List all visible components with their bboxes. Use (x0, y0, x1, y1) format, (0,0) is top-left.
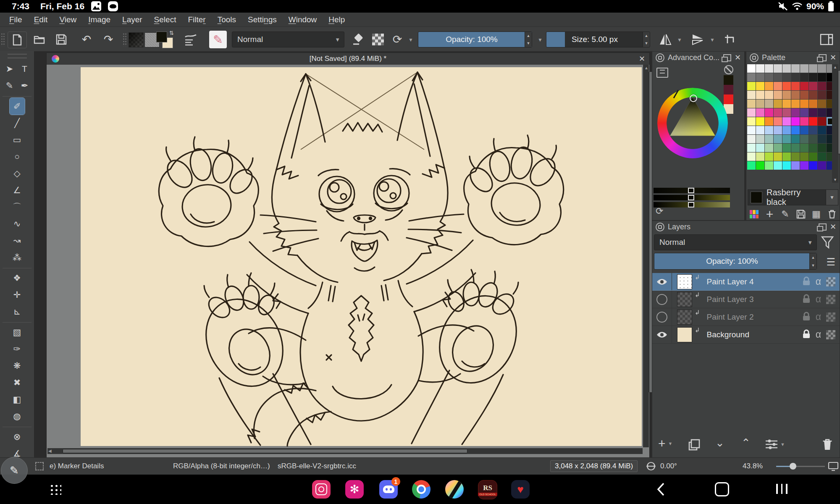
move-layer-down-button[interactable]: ⌄ (715, 436, 724, 449)
docker-float-button[interactable] (723, 54, 731, 61)
palette-swatch[interactable] (818, 135, 826, 143)
ellipse-tool[interactable]: ○ (10, 148, 25, 165)
new-document-button[interactable] (8, 32, 27, 48)
palette-swatch[interactable] (800, 144, 808, 152)
duplicate-layer-button[interactable] (688, 439, 700, 451)
palette-swatch[interactable] (774, 126, 782, 134)
rectangle-tool[interactable]: ▭ (10, 131, 25, 148)
no-color-button[interactable] (724, 65, 733, 74)
palette-swatch[interactable] (791, 82, 800, 90)
palette-swatch[interactable] (765, 91, 773, 99)
palette-swatch[interactable] (782, 161, 791, 170)
palette-swatch[interactable] (818, 152, 826, 161)
preserve-alpha-button[interactable] (369, 32, 387, 47)
toolbox-handle[interactable] (8, 54, 27, 58)
menu-select[interactable]: Select (148, 13, 182, 26)
palette-swatch[interactable] (747, 73, 756, 81)
layer-lock-toggle[interactable] (802, 294, 811, 305)
palette-scrollbar[interactable]: ▲ ▼ (832, 64, 838, 183)
fill-tool[interactable]: ◧ (10, 391, 25, 408)
transform-tool[interactable]: ❖ (10, 270, 25, 286)
layer-opacity-slider[interactable]: Opacity: 100% ▲▼ (654, 253, 817, 270)
palette-swatch[interactable] (791, 152, 800, 161)
palette-swatch[interactable] (756, 135, 764, 143)
palette-swatch[interactable] (765, 108, 773, 117)
toolbar-grip-2[interactable] (123, 33, 127, 46)
palette-swatch[interactable] (809, 108, 817, 117)
palette-swatch[interactable] (774, 144, 782, 152)
palette-swatch[interactable] (818, 64, 826, 73)
shade-selector-strip-1[interactable] (654, 188, 730, 193)
toolbar-grip[interactable] (1, 33, 5, 46)
menu-settings[interactable]: Settings (242, 13, 283, 26)
layer-row[interactable]: ↳ Paint Layer 2 α (652, 308, 840, 326)
layer-visibility-toggle[interactable] (652, 326, 672, 343)
gradient-chooser[interactable] (129, 32, 144, 47)
move-tool[interactable]: ✛ (10, 286, 25, 303)
save-palette-button[interactable] (795, 208, 807, 220)
palette-swatch[interactable] (747, 126, 756, 134)
palette-swatch[interactable] (800, 82, 808, 90)
palette-swatch[interactable] (809, 64, 817, 73)
vertical-scrollbar[interactable]: ▲ (643, 65, 649, 447)
palette-swatch[interactable] (774, 91, 782, 99)
heart-app-icon[interactable]: ♥ (511, 480, 530, 499)
layer-thumbnail[interactable] (677, 310, 692, 325)
layer-row[interactable]: ↳ Paint Layer 4 α (652, 273, 840, 291)
palette-swatch[interactable] (809, 161, 817, 170)
edit-palette-button[interactable]: ✎ (779, 208, 792, 220)
sketchbook-app-icon[interactable] (445, 480, 464, 499)
layer-visibility-toggle[interactable] (652, 308, 672, 326)
palette-swatch[interactable] (756, 144, 764, 152)
instagram-app-icon[interactable] (312, 480, 331, 499)
palette-chooser-dropdown[interactable]: Rasberry black ▼ (748, 189, 838, 205)
palette-swatch[interactable] (809, 152, 817, 161)
document-titlebar[interactable]: [Not Saved] (89.4 MiB) * ✕ (47, 53, 649, 65)
palette-swatch[interactable] (747, 135, 756, 143)
docker-close-button[interactable]: ✕ (830, 222, 836, 231)
palette-swatch[interactable] (774, 117, 782, 126)
palette-swatch[interactable] (791, 64, 800, 73)
image-dimensions-button[interactable]: 3,048 x 2,048 (89.4 MiB) (550, 460, 638, 472)
polygon-tool[interactable]: ◇ (10, 165, 25, 182)
docker-lock-icon[interactable] (656, 53, 664, 62)
add-color-button[interactable]: + (764, 208, 776, 220)
palette-swatch[interactable] (765, 161, 773, 170)
palette-swatch[interactable] (756, 161, 764, 170)
palette-swatch[interactable] (782, 73, 791, 81)
foreground-background-colors[interactable]: ⇅ (156, 32, 173, 48)
palette-swatch[interactable] (756, 117, 764, 126)
palette-swatch[interactable] (765, 82, 773, 90)
reset-rotation-icon[interactable] (646, 458, 656, 475)
palette-swatch[interactable] (818, 161, 826, 170)
color-selector-settings-button[interactable] (656, 68, 668, 78)
choose-palette-button[interactable] (748, 208, 761, 220)
palette-swatch[interactable] (747, 91, 756, 99)
layer-filter-icon[interactable] (821, 236, 834, 249)
palette-swatch[interactable] (809, 100, 817, 108)
layer-alpha-toggle[interactable]: α (816, 311, 821, 323)
layer-alpha-toggle[interactable]: α (816, 329, 821, 340)
palette-swatch[interactable] (774, 152, 782, 161)
zoom-percent[interactable]: 43.8% (743, 458, 763, 475)
docker-lock-icon[interactable] (750, 53, 759, 62)
docker-close-button[interactable]: ✕ (735, 53, 741, 62)
reload-options-caret[interactable]: ▼ (408, 37, 413, 43)
palette-swatch[interactable] (782, 117, 791, 126)
freehand-brush-tool[interactable]: ✐ (10, 98, 25, 115)
palette-swatch[interactable] (809, 135, 817, 143)
palette-swatch[interactable] (747, 161, 756, 170)
palette-swatch[interactable] (765, 135, 773, 143)
layer-alpha-toggle[interactable]: α (816, 276, 821, 287)
docker-lock-icon[interactable] (656, 223, 664, 231)
smart-patch-tool[interactable]: ✖ (10, 374, 25, 391)
mirror-vertical-caret[interactable]: ▼ (710, 37, 715, 43)
palette-swatch[interactable] (765, 144, 773, 152)
floating-brush-button[interactable]: ✎ (1, 457, 28, 484)
calligraphy-tool[interactable]: ✒ (17, 77, 32, 94)
layer-list-menu-icon[interactable]: ☰ (826, 256, 835, 268)
history-swatch[interactable] (724, 85, 733, 94)
chrome-app-icon[interactable] (412, 480, 430, 499)
brush-preset-chooser[interactable]: ✎ (209, 31, 227, 48)
current-brush-name[interactable]: e) Marker Details (50, 458, 104, 475)
